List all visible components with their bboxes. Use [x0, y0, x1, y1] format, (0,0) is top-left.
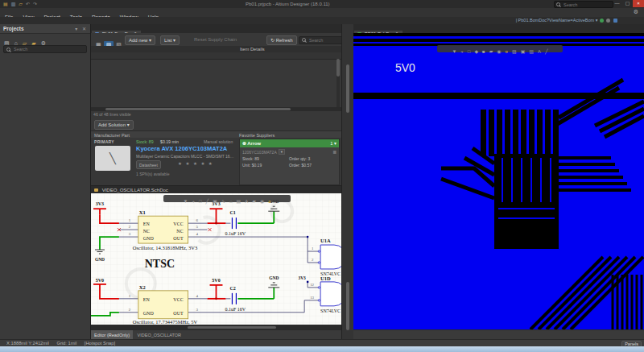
filter-icon[interactable]: ▼ — [450, 48, 459, 55]
pad-icon[interactable]: ◆ — [473, 48, 481, 55]
pour-icon[interactable]: ▰ — [250, 198, 258, 205]
net-label-3v3[interactable]: 3V3 — [298, 275, 306, 280]
scrollbar-thumb[interactable] — [346, 282, 349, 330]
schematic-drawing: X1 EN NC GND VCC NC OUT 1 2 3 6 5 4 — [91, 193, 341, 325]
u1a-refdes[interactable]: U1A — [320, 238, 331, 243]
manual-solution-label: Manual solution — [204, 139, 233, 144]
power-icon[interactable]: ⌂ — [227, 198, 234, 205]
x1-pin-en: EN — [143, 222, 151, 226]
window-title: Pb01.prjpcb - Altium Designer (18.0.11) — [246, 2, 330, 6]
probe-icon[interactable]: ◉ — [258, 198, 266, 205]
new-doc-icon[interactable]: ▤ — [2, 1, 10, 7]
select-icon[interactable]: □ — [465, 48, 473, 55]
bom-horizontal-scrollbar[interactable] — [91, 107, 341, 111]
room-icon[interactable]: ▨ — [510, 48, 518, 55]
undo-icon[interactable]: ↶ — [24, 1, 31, 7]
select-icon[interactable]: □ — [196, 198, 204, 205]
reset-supply-chain-label[interactable]: Reset Supply Chain — [194, 37, 237, 42]
supplier-name: Arrow — [247, 141, 261, 146]
filter-icon[interactable]: ▼ — [181, 198, 190, 205]
redo-icon[interactable]: ↷ — [31, 1, 39, 7]
x2-description: Oscillator, 17.734475MHz, 5V — [133, 319, 198, 325]
x1-refdes[interactable]: X1 — [139, 209, 146, 215]
hotspot-snap: [Hotspot Snap] — [85, 341, 115, 346]
add-solution-button[interactable]: Add Solution ▾ — [94, 120, 134, 130]
save-icon[interactable]: ▥ — [10, 1, 18, 7]
component-icon[interactable]: ▣ — [518, 48, 527, 55]
sync-status-icon[interactable] — [606, 19, 610, 23]
x2-pin-en: EN — [143, 297, 151, 302]
bom-search[interactable] — [299, 36, 344, 44]
net-label-3v3[interactable]: 3V3 — [96, 201, 104, 206]
rating-stars[interactable]: ★ ★ ★ ★ ★ — [178, 161, 213, 166]
c1-refdes[interactable]: C1 — [229, 210, 235, 215]
supplier-header[interactable]: ⊛ Arrow 1 ▾ — [240, 139, 339, 147]
x2-pin-vcc: VCC — [173, 297, 183, 302]
supplier-card[interactable]: ⊛ Arrow 1 ▾ 1206YC103MAT2A ▾ ≣ Stock: 89… — [239, 139, 340, 185]
document-icon — [613, 19, 617, 23]
sheet-icon[interactable]: ▤ — [234, 198, 243, 205]
active-view-selector[interactable]: | Pb01.BomDoc?ViewName=ActiveBom ▾ — [516, 18, 618, 23]
annotate-icon[interactable]: A — [243, 198, 250, 205]
key-icon[interactable]: ¤ — [503, 48, 510, 55]
x1-pin-nc2: NC — [176, 229, 183, 234]
key-icon[interactable]: ¤ — [266, 198, 273, 205]
chevron-down-icon[interactable]: ▾ — [173, 38, 175, 43]
wire-icon[interactable]: ╱ — [204, 198, 211, 205]
global-search[interactable] — [554, 1, 613, 8]
projects-search-input[interactable] — [12, 46, 80, 52]
part-name-link[interactable]: Kyocera AVX 1206YC103MAT2A — [136, 145, 227, 152]
pcb-canvas[interactable]: 5V0 — [353, 33, 644, 329]
net-label-gnd[interactable]: GND — [269, 275, 279, 280]
schematic-doc-title: VIDEO_OSCILLATOR.SchDoc — [102, 188, 168, 193]
maximize-button[interactable]: ▢ — [622, 0, 633, 7]
active-view-path[interactable]: Pb01.BomDoc?ViewName=ActiveBom — [518, 18, 595, 23]
compile-ok-icon[interactable] — [600, 19, 604, 23]
c2-refdes[interactable]: C2 — [229, 286, 235, 291]
net-label-gnd[interactable]: GND — [95, 257, 105, 262]
panel-header-icons[interactable]: ▾ ✕ — [75, 26, 88, 31]
minimize-button[interactable]: — — [612, 0, 622, 7]
projects-search[interactable] — [3, 45, 87, 53]
gate-u1d[interactable] — [318, 282, 341, 306]
move-icon[interactable]: + — [190, 198, 197, 205]
supplier-details: Stock: 89 Order qty: 3 Unit: $0.19 Order… — [240, 155, 339, 168]
gate-u1a[interactable] — [318, 245, 341, 269]
schematic-canvas[interactable]: X1 EN NC GND VCC NC OUT 1 2 3 6 5 4 — [91, 193, 341, 325]
bom-vertical-scrollbar[interactable] — [336, 59, 340, 107]
close-button[interactable]: × — [633, 0, 644, 7]
sku-dropdown[interactable]: ▾ — [279, 149, 285, 155]
scrollbar-thumb[interactable] — [346, 64, 349, 113]
global-search-input[interactable] — [562, 2, 609, 8]
net-icon[interactable]: ∿ — [219, 198, 227, 205]
supplier-sku: 1206YC103MAT2A — [242, 150, 277, 155]
manufacturer-part-header: Manufacturer Part — [94, 133, 130, 138]
supplier-count-dropdown[interactable]: 1 ▾ — [330, 139, 336, 147]
net-label-5v0[interactable]: 5V0 — [96, 278, 104, 283]
x2-refdes[interactable]: X2 — [139, 284, 146, 290]
x1-description: Oscillator, 14.31818MHz, 3V3 — [133, 245, 197, 251]
move-icon[interactable]: + — [459, 48, 466, 55]
list-combo[interactable]: List ▾ — [160, 35, 180, 45]
open-icon[interactable]: ▱ — [17, 1, 24, 7]
plane-icon[interactable]: ▥ — [527, 48, 536, 55]
via-icon[interactable]: ◉ — [495, 48, 503, 55]
datasheet-button[interactable]: Datasheet — [136, 160, 161, 169]
string-icon[interactable]: A — [535, 48, 543, 55]
net-label-5v0[interactable]: 5V0 — [212, 278, 220, 283]
refresh-button[interactable]: ↻ Refresh — [266, 35, 297, 45]
add-new-button[interactable]: Add new ▾ — [125, 35, 155, 45]
u1d-refdes[interactable]: U1D — [320, 275, 331, 281]
cart-icon[interactable]: ≣ — [332, 149, 336, 155]
chevron-down-icon[interactable]: ▾ — [596, 18, 598, 23]
track-icon[interactable]: ╱ — [543, 48, 550, 55]
x1-pin-vcc: VCC — [173, 222, 183, 226]
c2-value[interactable]: 0.1uF 16V — [225, 307, 246, 312]
windows-taskbar[interactable] — [0, 346, 644, 352]
part-icon[interactable]: ▣ — [211, 198, 220, 205]
polygon-icon[interactable]: ▰ — [487, 48, 495, 55]
pcb-floating-toolbar: ▼+□◆■▰◉¤▨▣▥A╱ — [437, 45, 563, 52]
c1-value[interactable]: 0.1uF 16V — [225, 231, 246, 236]
fill-icon[interactable]: ■ — [481, 48, 488, 55]
plane-net-label: 5V0 — [395, 61, 415, 74]
